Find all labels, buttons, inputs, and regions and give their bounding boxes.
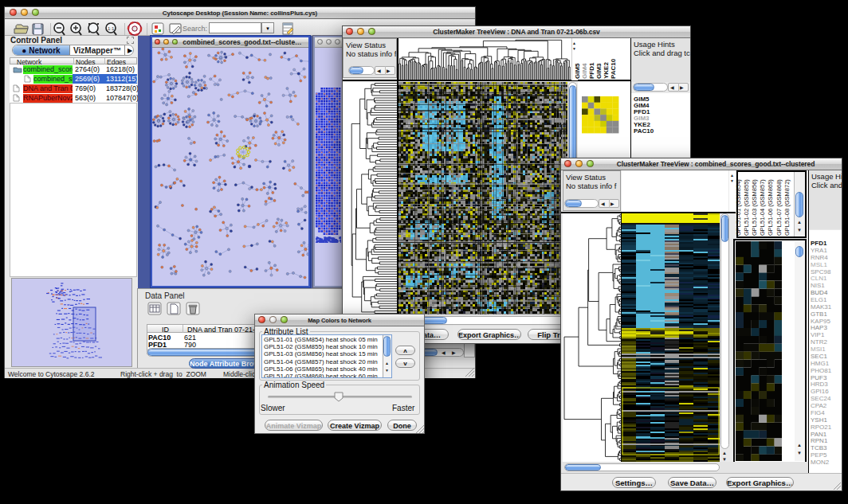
svg-text:1:1: 1:1	[108, 26, 115, 31]
